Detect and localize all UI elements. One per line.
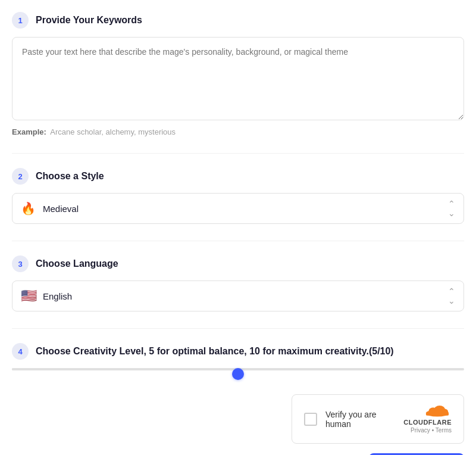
language-select-wrapper[interactable]: 🇺🇸 English Spanish French German Japanes… [12, 281, 464, 311]
svg-rect-4 [426, 413, 449, 416]
step-4-section: 4 Choose Creativity Level, 5 for optimal… [12, 343, 464, 370]
step-2-section: 2 Choose a Style 🔥 Medieval Fantasy Sci-… [12, 168, 464, 224]
cloudflare-logo-icon [423, 404, 452, 417]
bottom-area: Verify you are human CLOUDFLARE Privacy … [12, 394, 464, 455]
step-4-number: 4 [12, 343, 29, 360]
creativity-slider[interactable] [12, 368, 464, 370]
cloudflare-widget: Verify you are human CLOUDFLARE Privacy … [292, 394, 464, 444]
divider-2 [12, 241, 464, 241]
keywords-textarea[interactable] [12, 37, 464, 120]
step-1-number: 1 [12, 12, 29, 29]
flag-icon: 🇺🇸 [21, 288, 37, 304]
step-1-section: 1 Provide Your Keywords Example: Arcane … [12, 12, 464, 136]
divider-3 [12, 328, 464, 329]
example-text: Example: Arcane scholar, alchemy, myster… [12, 127, 464, 136]
step-4-title: Choose Creativity Level, 5 for optimal b… [36, 346, 394, 357]
style-select-wrapper[interactable]: 🔥 Medieval Fantasy Sci-Fi Gothic Steampu… [12, 193, 464, 224]
privacy-link[interactable]: Privacy [411, 427, 430, 434]
step-3-header: 3 Choose Language [12, 255, 464, 272]
chevron-down-icon-2: ⌃⌄ [448, 286, 455, 306]
language-select[interactable]: English Spanish French German Japanese [43, 291, 448, 301]
step-2-header: 2 Choose a Style [12, 168, 464, 185]
step-2-title: Choose a Style [36, 171, 104, 182]
step-4-header: 4 Choose Creativity Level, 5 for optimal… [12, 343, 464, 360]
terms-link[interactable]: Terms [436, 427, 452, 434]
human-verify-checkbox[interactable] [304, 413, 317, 426]
chevron-down-icon: ⌃⌄ [448, 199, 455, 218]
example-value: Arcane scholar, alchemy, mysterious [50, 127, 176, 136]
example-label: Example: [12, 127, 46, 136]
cloudflare-links: Privacy • Terms [411, 427, 452, 434]
verify-label: Verify you are human [325, 410, 395, 429]
cloudflare-logo-area: CLOUDFLARE Privacy • Terms [403, 404, 452, 434]
style-icon: 🔥 [21, 201, 36, 216]
step-1-header: 1 Provide Your Keywords [12, 12, 464, 29]
step-3-title: Choose Language [36, 258, 118, 269]
step-3-section: 3 Choose Language 🇺🇸 English Spanish Fre… [12, 255, 464, 311]
step-1-title: Provide Your Keywords [36, 15, 142, 26]
divider-1 [12, 153, 464, 154]
step-2-number: 2 [12, 168, 29, 185]
creativity-slider-track [12, 368, 464, 370]
step-3-number: 3 [12, 255, 29, 272]
style-select[interactable]: Medieval Fantasy Sci-Fi Gothic Steampunk [43, 204, 448, 214]
